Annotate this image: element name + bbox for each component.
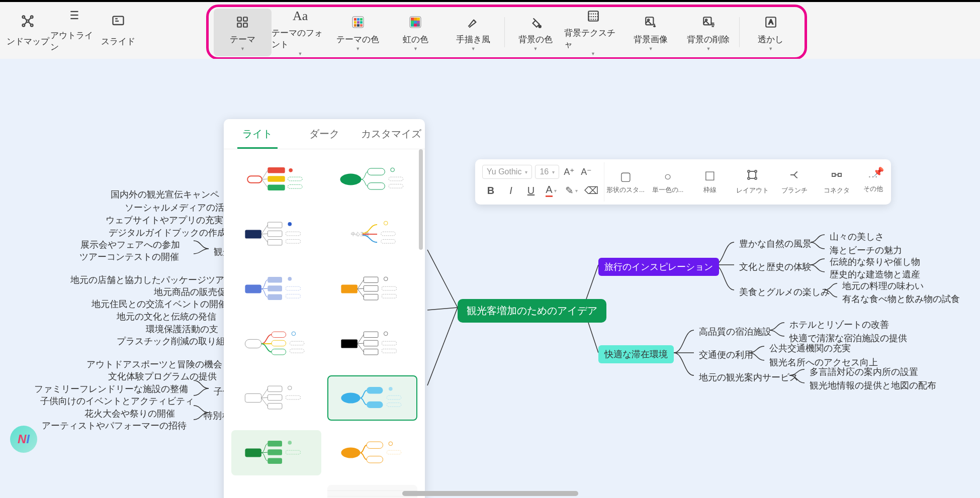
- theme-thumbnail[interactable]: [231, 157, 321, 202]
- mindmap-node[interactable]: ツアーコンテストの開催: [74, 249, 184, 265]
- theme-thumbnail[interactable]: 中心主题: [327, 212, 417, 257]
- shape-style-group[interactable]: ▢ 形状のスタ...: [604, 162, 647, 202]
- svg-rect-99: [268, 386, 282, 392]
- svg-rect-111: [268, 441, 282, 446]
- connector-icon: [831, 169, 843, 184]
- mindmap-node[interactable]: 観光地情報の提供と地図の配布: [805, 377, 941, 393]
- theme-font-label: テーマのフォント: [272, 27, 329, 50]
- svg-point-3: [31, 24, 33, 26]
- svg-rect-33: [414, 21, 417, 24]
- mindmap-view-button[interactable]: ンドマップ: [5, 11, 50, 51]
- mindmap-node[interactable]: 地元の観光案内サービス: [694, 369, 804, 385]
- font-family-select[interactable]: Yu Gothic: [482, 165, 532, 179]
- theme-thumbnail[interactable]: [327, 157, 417, 202]
- clear-format-button[interactable]: ⌫: [583, 182, 600, 199]
- mindmap-node[interactable]: 旅行のインスピレーション: [598, 258, 719, 276]
- bg-delete-button[interactable]: 背景の削除 ▼: [680, 9, 738, 56]
- mono-color-group[interactable]: ○ 単一色の...: [647, 162, 689, 202]
- canvas[interactable]: 観光客増加のためのアイデア 旅行のインスピレーション 快適な滞在環境 豊かな自然…: [0, 59, 980, 498]
- svg-rect-100: [268, 395, 282, 401]
- rainbow-color-button[interactable]: 虹の色 ▼: [387, 9, 444, 56]
- svg-point-1: [31, 16, 33, 18]
- branch-group[interactable]: ブランチ: [773, 162, 816, 202]
- bold-button[interactable]: B: [482, 182, 499, 199]
- theme-thumbnail[interactable]: [231, 321, 321, 366]
- svg-rect-34: [417, 21, 420, 24]
- italic-button[interactable]: I: [502, 182, 519, 199]
- theme-thumbnail[interactable]: [231, 430, 321, 475]
- rainbow-icon: [409, 14, 422, 31]
- bg-color-button[interactable]: 背景の色 ▼: [507, 9, 565, 56]
- watermark-button[interactable]: A 透かし ▼: [742, 9, 799, 56]
- theme-thumbnail[interactable]: [231, 266, 321, 312]
- svg-rect-117: [367, 442, 383, 448]
- theme-color-button[interactable]: テーマの色 ▼: [329, 9, 387, 56]
- theme-thumbnail[interactable]: [327, 266, 417, 312]
- svg-rect-54: [368, 168, 385, 175]
- theme-thumbnail-selected[interactable]: [327, 375, 417, 421]
- svg-rect-108: [387, 396, 401, 400]
- svg-rect-30: [414, 18, 417, 21]
- svg-rect-92: [364, 332, 378, 337]
- mindmap-node[interactable]: プラスチック削減の取り組: [112, 333, 230, 349]
- image-down-icon: [644, 14, 657, 31]
- theme-tab-light[interactable]: ライト: [224, 119, 291, 149]
- font-size-select[interactable]: 16: [535, 165, 559, 179]
- svg-rect-84: [245, 339, 261, 348]
- svg-rect-71: [268, 277, 282, 282]
- mindmap-node[interactable]: アーティストやパフォーマーの招待: [37, 418, 192, 434]
- svg-rect-40: [646, 17, 654, 25]
- mindmap-node[interactable]: 有名な食べ物と飲み物の試食: [837, 291, 965, 307]
- svg-point-50: [289, 168, 293, 172]
- theme-button[interactable]: テーマ ▼: [214, 9, 272, 56]
- divider: [504, 17, 505, 47]
- layout-group[interactable]: レイアウト: [731, 162, 773, 202]
- bg-texture-button[interactable]: 背景テクスチャ ▼: [564, 9, 622, 56]
- svg-point-4: [27, 20, 29, 22]
- theme-tab-dark[interactable]: ダーク: [291, 119, 358, 149]
- slide-icon: [111, 14, 125, 32]
- highlight-button[interactable]: ✎: [563, 182, 580, 199]
- font-color-button[interactable]: A: [543, 182, 560, 199]
- svg-rect-52: [288, 185, 302, 189]
- outline-group[interactable]: ☐ 枠線: [689, 162, 731, 202]
- outline-view-button[interactable]: アウトライン: [50, 11, 96, 51]
- increase-font-button[interactable]: A⁺: [562, 165, 576, 179]
- mindmap-node[interactable]: 高品質の宿泊施設: [694, 324, 776, 340]
- slide-view-button[interactable]: スライド: [96, 11, 141, 51]
- panel-scrollbar[interactable]: [419, 149, 423, 250]
- theme-thumbnail[interactable]: [231, 485, 321, 498]
- mindmap-node[interactable]: 豊かな自然の風景: [734, 236, 817, 252]
- theme-tabs: ライト ダーク カスタマイズ: [224, 119, 425, 149]
- outline-icon: [66, 8, 80, 26]
- theme-thumbnail[interactable]: [327, 321, 417, 366]
- mindmap-node[interactable]: 快適な滞在環境: [598, 345, 674, 363]
- mindmap-node[interactable]: 美食とグルメの楽しみ: [734, 284, 835, 300]
- mindmap-node[interactable]: 交通便の利用: [694, 347, 758, 363]
- theme-thumbnail[interactable]: [231, 212, 321, 257]
- mindmap-center-node[interactable]: 観光客増加のためのアイデア: [458, 299, 606, 323]
- svg-rect-37: [417, 24, 420, 27]
- theme-thumbnail[interactable]: [231, 375, 321, 421]
- mindmap-node[interactable]: 文化と歴史の体験: [734, 259, 817, 275]
- texture-icon: [587, 9, 600, 24]
- app-badge[interactable]: NI: [10, 426, 37, 453]
- decrease-font-button[interactable]: A⁻: [579, 165, 593, 179]
- svg-point-119: [389, 442, 393, 446]
- theme-font-button[interactable]: Aa テーマのフォント ▼: [272, 9, 329, 56]
- image-delete-icon: [702, 14, 715, 31]
- svg-rect-62: [268, 239, 282, 245]
- handdrawn-button[interactable]: 手描き風 ▼: [444, 9, 502, 56]
- caret-icon: ▼: [533, 46, 538, 51]
- svg-rect-82: [382, 286, 397, 290]
- horizontal-scrollbar[interactable]: [402, 491, 578, 496]
- svg-point-130: [755, 170, 757, 172]
- svg-rect-75: [286, 286, 301, 290]
- svg-point-0: [23, 16, 25, 18]
- theme-tab-custom[interactable]: カスタマイズ: [358, 119, 425, 149]
- bg-image-button[interactable]: 背景画像 ▼: [622, 9, 680, 56]
- connector-group[interactable]: コネクタ: [816, 162, 858, 202]
- theme-thumbnail[interactable]: [327, 430, 417, 475]
- pin-icon[interactable]: 📌: [873, 166, 884, 177]
- underline-button[interactable]: U: [522, 182, 540, 199]
